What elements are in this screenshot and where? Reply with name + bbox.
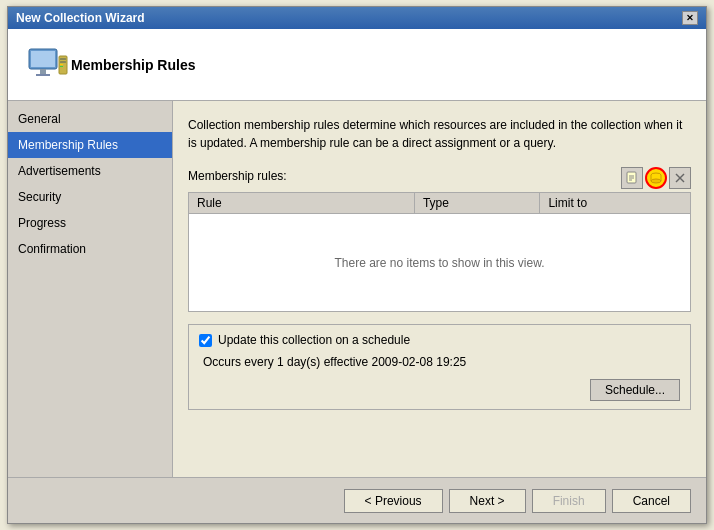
database-icon [649,171,663,185]
schedule-info: Occurs every 1 day(s) effective 2009-02-… [203,355,680,369]
svg-rect-2 [40,69,46,74]
svg-rect-7 [60,64,63,65]
content-area: General Membership Rules Advertisements … [8,101,706,477]
sidebar-item-advertisements[interactable]: Advertisements [8,158,172,184]
membership-rules-label: Membership rules: [188,169,287,183]
close-button[interactable]: ✕ [682,11,698,25]
svg-rect-5 [60,58,66,60]
sidebar-item-membership-rules[interactable]: Membership Rules [8,132,172,158]
dialog-title: New Collection Wizard [16,11,145,25]
previous-button[interactable]: < Previous [344,489,443,513]
svg-rect-3 [36,74,50,76]
svg-point-15 [651,179,661,183]
svg-rect-1 [31,51,55,67]
sidebar-item-progress[interactable]: Progress [8,210,172,236]
add-rule-button[interactable] [621,167,643,189]
cancel-button[interactable]: Cancel [612,489,691,513]
svg-rect-6 [60,61,66,63]
empty-message: There are no items to show in this view. [189,214,691,312]
delete-icon [673,171,687,185]
column-type: Type [414,193,540,214]
highlighted-button[interactable] [645,167,667,189]
rules-table: Rule Type Limit to There are no items to… [188,192,691,312]
sidebar-item-confirmation[interactable]: Confirmation [8,236,172,262]
column-limit-to: Limit to [540,193,691,214]
add-icon [625,171,639,185]
schedule-section: Update this collection on a schedule Occ… [188,324,691,410]
schedule-btn-row: Schedule... [199,379,680,401]
main-content: Collection membership rules determine wh… [173,101,706,477]
empty-row: There are no items to show in this view. [189,214,691,312]
svg-rect-8 [60,66,63,67]
delete-rule-button[interactable] [669,167,691,189]
sidebar: General Membership Rules Advertisements … [8,101,173,477]
rules-icons [621,167,691,189]
header-title: Membership Rules [71,57,195,73]
column-rule: Rule [189,193,415,214]
description-text: Collection membership rules determine wh… [188,116,691,152]
title-bar: New Collection Wizard ✕ [8,7,706,29]
schedule-header: Update this collection on a schedule [199,333,680,347]
header-icon [23,41,71,89]
rules-toolbar: Membership rules: [188,167,691,189]
schedule-button[interactable]: Schedule... [590,379,680,401]
finish-button[interactable]: Finish [532,489,606,513]
schedule-label: Update this collection on a schedule [218,333,410,347]
next-button[interactable]: Next > [449,489,526,513]
footer: < Previous Next > Finish Cancel [8,477,706,523]
dialog: New Collection Wizard ✕ Membership Rules… [7,6,707,524]
title-bar-buttons: ✕ [682,11,698,25]
header-section: Membership Rules [8,29,706,101]
sidebar-item-security[interactable]: Security [8,184,172,210]
sidebar-item-general[interactable]: General [8,106,172,132]
schedule-checkbox[interactable] [199,334,212,347]
